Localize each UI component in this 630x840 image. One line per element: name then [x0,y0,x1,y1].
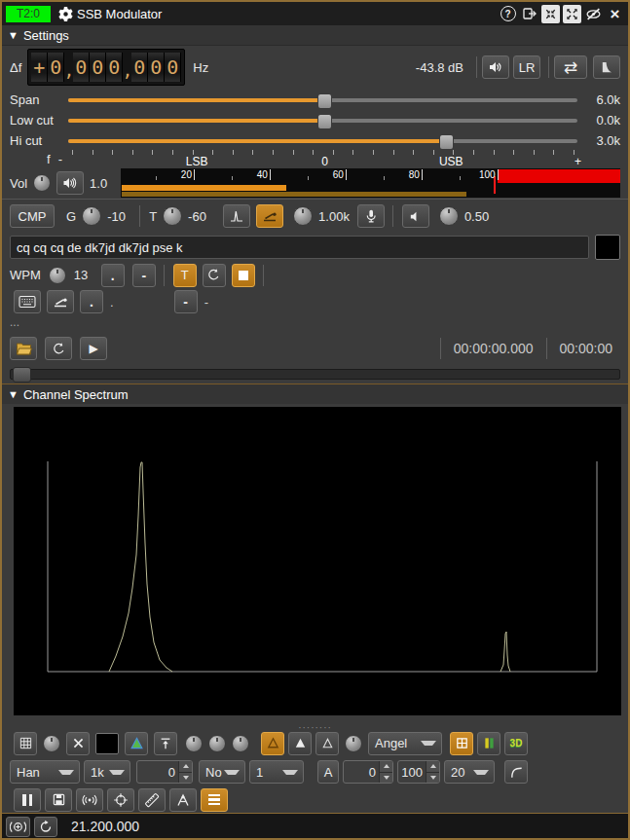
lr-label: LR [519,60,536,75]
close-icon[interactable]: × [606,5,624,23]
stop-button[interactable] [232,264,255,287]
keyer-dash-button[interactable]: - [174,290,198,313]
color-bars-icon [482,736,497,750]
hide-icon[interactable] [584,5,603,23]
freeze-button[interactable] [14,788,41,812]
measurements-button[interactable] [138,788,166,812]
filter-response-button[interactable] [504,760,528,784]
cmp-threshold-knob[interactable] [163,206,182,226]
mic-monitor-button[interactable] [56,171,84,195]
waterfall-button[interactable] [477,732,500,755]
f-label: f [47,152,51,166]
filter-shape-button[interactable] [593,55,620,79]
hicut-slider-handle[interactable] [439,134,454,150]
speaker-plain-icon [408,209,423,224]
file-play-button[interactable]: ▶ [80,337,107,360]
spectrum-section-header[interactable]: ▼ Channel Spectrum [2,383,628,404]
frequency-dial[interactable]: +0,000,000 [27,49,185,86]
averaging-mode-select[interactable]: No [199,760,245,784]
trace-knob-1[interactable] [185,735,203,752]
autoscale-button[interactable]: A [317,760,339,784]
arrow-to-top-icon [159,737,172,750]
range-spin[interactable]: 100 [397,760,440,784]
span-slider-handle[interactable] [317,93,332,109]
play-dots-button[interactable]: . [101,264,125,287]
level-meter: 20406080100 [121,168,620,198]
morse-keyer-button[interactable] [256,204,283,228]
resize-handle[interactable] [2,719,628,727]
sideband-swap-button[interactable]: ⇄ [554,55,587,79]
stop-icon [239,271,248,280]
clear-spectrum-button[interactable] [66,732,90,755]
offset-spin[interactable]: 0 [343,760,393,784]
hicut-slider[interactable] [68,133,577,149]
feedback-audio-button[interactable] [402,204,429,228]
decay-value: 20 [451,765,464,780]
grid-intensity-knob[interactable] [43,735,60,752]
spectrogram-3d-button[interactable]: 3D [504,732,528,755]
feedback-volume-knob[interactable] [439,206,459,226]
play-dashes-button[interactable]: - [132,264,156,287]
save-spectrum-button[interactable] [45,788,72,812]
cw-spectrum-button[interactable] [223,204,250,228]
background-color-swatch[interactable] [95,733,119,754]
mic-input-button[interactable] [357,204,385,228]
volume-knob[interactable] [33,174,51,192]
file-loop-button[interactable] [45,337,72,360]
trace-outline-button[interactable] [315,732,339,755]
fft-window-select[interactable]: Han [10,760,80,784]
lowcut-slider-handle[interactable] [317,114,332,129]
grid-button[interactable] [14,732,37,755]
audio-file-name: ... [10,315,19,329]
menu-button[interactable] [201,788,228,812]
stream-button[interactable] [76,788,103,812]
zoom-center-button[interactable] [6,817,30,837]
lr-channels-button[interactable]: LR [513,55,540,79]
averaging-count-select[interactable]: 1 [249,760,304,784]
histogram-button[interactable] [450,732,473,755]
folder-open-icon [16,342,32,356]
iambic-key-button[interactable] [47,290,74,313]
maximize-icon[interactable] [563,5,581,23]
gradient-style-button[interactable] [125,732,148,755]
keyboard-keyer-button[interactable] [14,290,41,313]
f-minus-label: - [58,152,62,166]
shift-frequency-button[interactable] [34,817,57,837]
channel-power-value: -43.8 dB [416,60,463,75]
decay-select[interactable]: 20 [444,760,495,784]
fft-size-select[interactable]: 1k [84,760,130,784]
black-square-button[interactable] [595,235,620,260]
ref-level-spin[interactable]: 0 [136,760,193,784]
audio-monitor-button[interactable] [482,55,509,79]
shrink-icon[interactable] [541,5,560,23]
markers-button[interactable] [107,788,134,812]
trace-intensity-knob[interactable] [345,735,362,752]
loop-playback-button[interactable] [203,264,226,287]
keyer-dot-button[interactable]: . [80,290,103,313]
wpm-knob[interactable] [49,267,66,284]
usb-label: USB [439,155,463,168]
play-text-button[interactable]: T [173,264,197,287]
seek-slider-handle[interactable] [13,367,31,383]
calibration-button[interactable] [169,788,197,812]
trace-knob-2[interactable] [208,735,226,752]
colormap-select[interactable]: Angel [368,732,442,755]
move-to-workspace-icon[interactable] [520,5,538,23]
span-slider[interactable] [68,92,577,108]
current-trace-button[interactable] [288,732,312,755]
open-file-button[interactable] [10,337,37,360]
ref-to-top-button[interactable] [154,732,177,755]
cmp-button[interactable]: CMP [10,204,55,228]
settings-section-header[interactable]: ▼ Settings [2,25,628,46]
cmp-gain-knob[interactable] [82,206,101,226]
morse-key-icon [53,294,68,310]
gear-icon[interactable] [56,5,75,23]
help-icon[interactable]: ? [499,5,517,23]
seek-slider[interactable] [10,369,620,380]
tone-pitch-knob[interactable] [293,206,313,226]
max-hold-button[interactable] [261,732,284,755]
file-name-row: ... [2,314,628,330]
cw-message-input[interactable]: cq cq cq de dk7jd dk7jd pse k [10,236,589,259]
trace-knob-3[interactable] [232,735,249,752]
lowcut-slider[interactable] [68,113,577,128]
